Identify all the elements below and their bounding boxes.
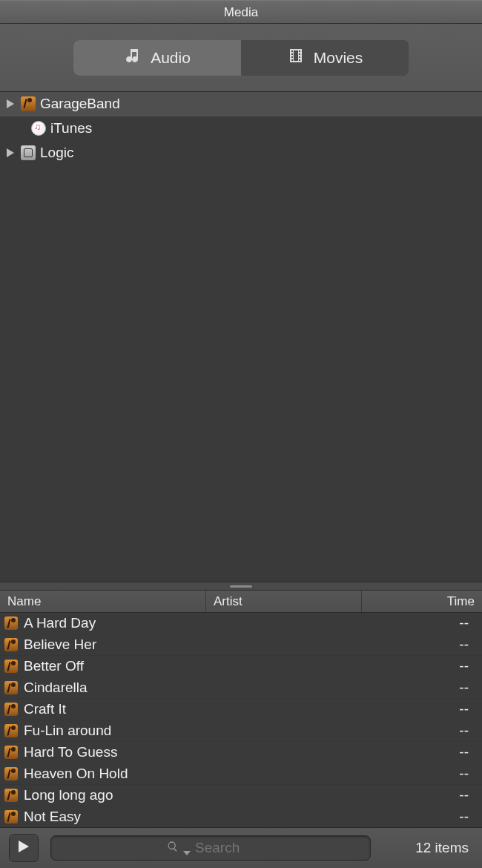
play-icon <box>19 841 29 855</box>
track-name: A Hard Day <box>24 615 96 631</box>
track-time: -- <box>362 766 482 782</box>
table-row[interactable]: A Hard Day-- <box>0 613 482 634</box>
search-field[interactable] <box>50 835 371 861</box>
media-type-segmented: Audio Movies <box>73 40 409 76</box>
source-list-pane: GarageBand iTunes Logic <box>0 92 482 582</box>
source-item-garageband[interactable]: GarageBand <box>0 92 482 116</box>
track-name: Better Off <box>24 658 84 674</box>
track-icon <box>4 660 18 673</box>
track-table[interactable]: A Hard Day--Believe Her--Better Off--Cin… <box>0 613 482 827</box>
column-header-name[interactable]: Name <box>0 591 206 612</box>
track-name: Craft It <box>24 701 66 717</box>
music-note-icon <box>124 47 142 68</box>
track-icon <box>4 681 18 694</box>
track-time: -- <box>362 787 482 803</box>
footer-bar: 12 items <box>0 827 482 868</box>
toolbar: Audio Movies <box>0 24 482 92</box>
chevron-down-icon[interactable] <box>183 844 191 852</box>
track-time: -- <box>362 809 482 825</box>
track-time: -- <box>362 637 482 653</box>
table-row[interactable]: Cindarella-- <box>0 677 482 699</box>
track-name: Hard To Guess <box>24 744 117 760</box>
track-time: -- <box>362 723 482 739</box>
chevron-right-icon[interactable] <box>4 147 16 159</box>
item-count-label: 12 items <box>415 840 473 856</box>
table-row[interactable]: Craft It-- <box>0 699 482 720</box>
film-icon <box>287 47 305 68</box>
table-row[interactable]: Long long ago-- <box>0 785 482 806</box>
track-time: -- <box>362 615 482 631</box>
splitter-grip-icon <box>230 585 252 588</box>
table-row[interactable]: Heaven On Hold-- <box>0 763 482 785</box>
itunes-icon <box>31 121 46 136</box>
tab-audio-label: Audio <box>151 49 191 67</box>
source-item-label: GarageBand <box>40 96 120 112</box>
tab-movies[interactable]: Movies <box>241 40 409 76</box>
track-name: Fu-Lin around <box>24 723 111 739</box>
track-name: Heaven On Hold <box>24 766 128 782</box>
track-time: -- <box>362 680 482 696</box>
chevron-right-icon[interactable] <box>4 98 16 110</box>
track-name: Believe Her <box>24 637 96 653</box>
table-row[interactable]: Believe Her-- <box>0 634 482 656</box>
track-name: Not Easy <box>24 809 81 825</box>
source-item-itunes[interactable]: iTunes <box>0 116 482 141</box>
tab-audio[interactable]: Audio <box>73 40 241 76</box>
source-item-label: iTunes <box>50 120 92 137</box>
table-row[interactable]: Fu-Lin around-- <box>0 720 482 742</box>
garageband-icon <box>21 96 36 111</box>
track-table-header: Name Artist Time <box>0 591 482 613</box>
logic-icon <box>21 145 36 160</box>
track-name: Cindarella <box>24 680 88 696</box>
table-row[interactable]: Better Off-- <box>0 656 482 677</box>
track-time: -- <box>362 658 482 674</box>
table-row[interactable]: Not Easy-- <box>0 806 482 827</box>
pane-splitter[interactable] <box>0 582 482 591</box>
track-icon <box>4 746 18 759</box>
column-header-artist[interactable]: Artist <box>206 591 362 612</box>
tab-movies-label: Movies <box>314 49 363 67</box>
search-input[interactable] <box>195 840 254 856</box>
track-icon <box>4 617 18 630</box>
source-item-label: Logic <box>40 145 73 161</box>
track-time: -- <box>362 701 482 717</box>
window-title: Media <box>0 0 482 24</box>
table-row[interactable]: Hard To Guess-- <box>0 742 482 763</box>
play-button[interactable] <box>9 834 39 862</box>
track-name: Long long ago <box>24 787 113 803</box>
source-list[interactable]: GarageBand iTunes Logic <box>0 92 482 165</box>
track-icon <box>4 724 18 737</box>
column-header-time[interactable]: Time <box>362 591 482 612</box>
track-time: -- <box>362 744 482 760</box>
track-icon <box>4 703 18 716</box>
search-icon <box>167 840 179 856</box>
track-icon <box>4 810 18 823</box>
track-icon <box>4 767 18 780</box>
track-icon <box>4 789 18 802</box>
track-icon <box>4 638 18 651</box>
source-item-logic[interactable]: Logic <box>0 141 482 165</box>
